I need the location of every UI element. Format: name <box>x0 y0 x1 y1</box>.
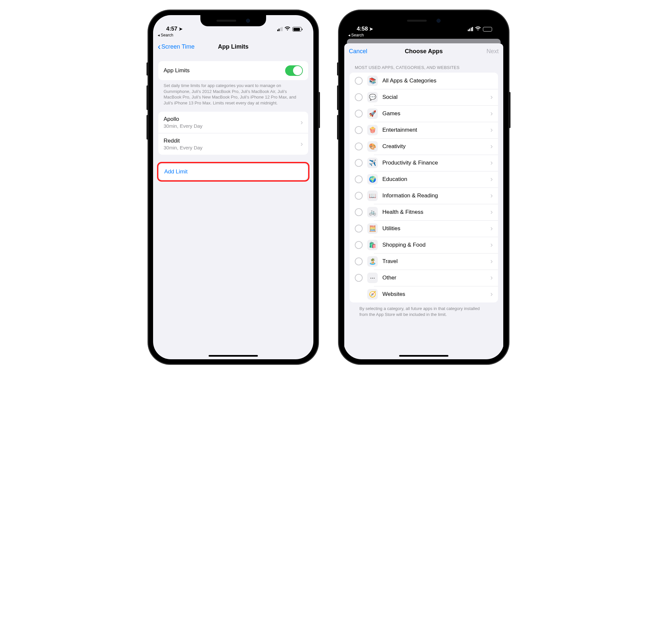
battery-icon: .phone:last-child .battery::after{backgr… <box>483 27 492 31</box>
category-label: Information & Reading <box>382 192 438 199</box>
chevron-left-icon: ‹ <box>158 42 161 51</box>
category-row[interactable]: 📚All Apps & Categories <box>349 73 498 89</box>
cancel-button[interactable]: Cancel <box>349 48 367 55</box>
category-label: Productivity & Finance <box>382 160 438 166</box>
radio-unchecked-icon[interactable] <box>355 142 363 151</box>
category-icon: 💬 <box>367 92 378 102</box>
home-indicator[interactable] <box>209 355 258 356</box>
limits-list: Apollo 30min, Every Day › Reddit 30min, … <box>158 112 308 155</box>
category-row[interactable]: 💬Social› <box>349 89 498 106</box>
chevron-right-icon: › <box>491 191 493 200</box>
chevron-right-icon: › <box>491 274 493 282</box>
cellular-icon <box>277 27 283 31</box>
category-icon: 🚀 <box>367 108 378 119</box>
radio-unchecked-icon[interactable] <box>355 192 363 200</box>
category-label: Games <box>382 110 401 117</box>
chevron-right-icon: › <box>491 93 493 101</box>
radio-unchecked-icon[interactable] <box>355 257 363 266</box>
category-row[interactable]: 🚀Games› <box>349 106 498 122</box>
category-label: Social <box>382 94 398 100</box>
app-limits-toggle-card: App Limits <box>158 61 308 80</box>
chevron-right-icon: › <box>300 118 303 127</box>
nav-back-button[interactable]: ‹ Screen Time <box>158 42 195 51</box>
radio-unchecked-icon[interactable] <box>355 77 363 85</box>
category-row[interactable]: ✈️Productivity & Finance› <box>349 155 498 171</box>
category-row[interactable]: 🧮Utilities› <box>349 220 498 237</box>
wifi-icon <box>475 26 481 32</box>
next-button[interactable]: Next <box>486 48 499 55</box>
category-icon: 🚲 <box>367 207 378 217</box>
category-row[interactable]: 🛍️Shopping & Food› <box>349 237 498 253</box>
category-label: Travel <box>382 258 398 265</box>
wifi-icon <box>285 26 290 32</box>
chevron-right-icon: › <box>491 126 493 134</box>
breadcrumb-back[interactable]: ◂ Search <box>344 33 504 39</box>
category-label: Education <box>382 176 407 183</box>
notch <box>391 15 457 26</box>
toggle-label: App Limits <box>164 67 189 74</box>
section-header: MOST USED APPS, CATEGORIES, AND WEBSITES <box>344 59 503 73</box>
home-indicator[interactable] <box>399 355 448 356</box>
category-row-websites[interactable]: 🧭Websites› <box>349 286 498 302</box>
category-row[interactable]: 📖Information & Reading› <box>349 187 498 204</box>
category-label: Health & Fitness <box>382 209 424 215</box>
category-icon: 📚 <box>367 75 378 86</box>
radio-unchecked-icon[interactable] <box>355 175 363 183</box>
radio-unchecked-icon[interactable] <box>355 110 363 118</box>
chevron-right-icon: › <box>491 109 493 118</box>
category-row[interactable]: ···Other› <box>349 270 498 286</box>
category-label: Entertainment <box>382 127 417 133</box>
nav-back-label: Screen Time <box>161 43 195 50</box>
breadcrumb-back[interactable]: ◂ Search <box>153 33 313 39</box>
radio-unchecked-icon[interactable] <box>355 93 363 101</box>
category-row[interactable]: 🍿Entertainment› <box>349 122 498 138</box>
location-icon: ➤ <box>179 26 183 31</box>
phone-left: 4:57 ➤ ◂ Search ‹ Screen Time App Limits <box>148 10 319 365</box>
category-row[interactable]: 🚲Health & Fitness› <box>349 204 498 220</box>
radio-unchecked-icon[interactable] <box>355 241 363 249</box>
radio-unchecked-icon[interactable] <box>355 159 363 167</box>
chevron-right-icon: › <box>491 224 493 233</box>
phone-right: 4:58 ➤ .phone:last-child .battery::after… <box>338 10 509 365</box>
limit-name: Apollo <box>164 116 202 122</box>
chevron-right-icon: › <box>491 241 493 249</box>
limit-detail: 30min, Every Day <box>164 145 202 151</box>
categories-list: 📚All Apps & Categories💬Social›🚀Games›🍿En… <box>349 73 498 302</box>
limit-row-apollo[interactable]: Apollo 30min, Every Day › <box>158 112 308 133</box>
radio-unchecked-icon[interactable] <box>355 274 363 282</box>
category-icon: ··· <box>367 273 378 283</box>
category-row[interactable]: 🌍Education› <box>349 171 498 187</box>
add-limit-label: Add Limit <box>164 168 187 175</box>
category-icon: 🏝️ <box>367 256 378 267</box>
category-icon: 📖 <box>367 190 378 201</box>
app-limits-toggle[interactable] <box>285 65 303 76</box>
battery-icon <box>292 27 301 31</box>
category-icon: 🧮 <box>367 223 378 234</box>
radio-unchecked-icon[interactable] <box>355 208 363 216</box>
notch <box>200 15 266 26</box>
sheet-backdrop <box>347 39 501 43</box>
safari-icon: 🧭 <box>367 289 378 299</box>
category-icon: 🛍️ <box>367 240 378 250</box>
category-icon: 🌍 <box>367 174 378 185</box>
add-limit-highlight: Add Limit <box>157 162 310 182</box>
limit-detail: 30min, Every Day <box>164 123 202 129</box>
location-icon: ➤ <box>369 26 373 31</box>
category-row[interactable]: 🎨Creativity› <box>349 138 498 155</box>
category-label: Other <box>382 275 397 281</box>
chevron-right-icon: › <box>300 140 303 148</box>
radio-unchecked-icon[interactable] <box>355 126 363 134</box>
chevron-right-icon: › <box>491 159 493 167</box>
category-row[interactable]: 🏝️Travel› <box>349 253 498 270</box>
radio-unchecked-icon[interactable] <box>355 225 363 232</box>
add-limit-button[interactable]: Add Limit <box>159 164 308 180</box>
cellular-icon <box>468 27 473 31</box>
status-time: 4:57 <box>166 26 177 32</box>
footer-note: By selecting a category, all future apps… <box>349 302 498 321</box>
status-time: 4:58 <box>357 26 368 32</box>
category-icon: 🍿 <box>367 125 378 135</box>
chevron-right-icon: › <box>491 257 493 266</box>
category-label: Utilities <box>382 225 401 232</box>
limit-name: Reddit <box>164 138 202 144</box>
limit-row-reddit[interactable]: Reddit 30min, Every Day › <box>158 133 308 155</box>
